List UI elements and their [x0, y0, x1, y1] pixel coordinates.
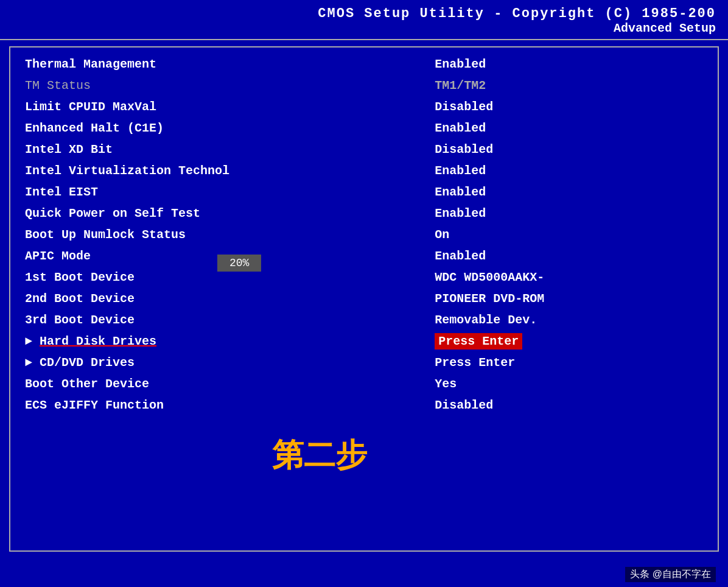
setting-row[interactable]: 3rd Boot DeviceRemovable Dev.: [23, 309, 705, 331]
bios-title: CMOS Setup Utility - Copyright (C) 1985-…: [12, 6, 716, 21]
bios-main-content: Thermal ManagementEnabledTM StatusTM1/TM…: [9, 46, 719, 552]
setting-name: ► CD/DVD Drives: [23, 352, 432, 373]
setting-row[interactable]: Intel XD BitDisabled: [23, 139, 705, 160]
progress-label: 20%: [229, 257, 249, 269]
setting-name: ECS eJIFFY Function: [23, 395, 432, 416]
setting-name: Intel EIST: [23, 181, 432, 203]
setting-value: Enabled: [432, 245, 705, 267]
setting-value: Enabled: [432, 203, 705, 224]
setting-value: Disabled: [432, 96, 705, 118]
chinese-step-label: 第二步: [272, 434, 367, 477]
press-enter-highlight: Press Enter: [435, 333, 522, 350]
setting-row[interactable]: 2nd Boot DevicePIONEER DVD-ROM: [23, 288, 705, 309]
setting-value: Removable Dev.: [432, 309, 705, 331]
setting-row[interactable]: ECS eJIFFY FunctionDisabled: [23, 395, 705, 416]
setting-row[interactable]: APIC ModeEnabled: [23, 245, 705, 267]
setting-value: WDC WD5000AAKX-: [432, 267, 705, 288]
setting-row[interactable]: 1st Boot DeviceWDC WD5000AAKX-: [23, 267, 705, 288]
setting-name: Enhanced Halt (C1E): [23, 118, 432, 139]
setting-value: Press Enter: [432, 331, 705, 352]
setting-name: ► Hard Disk Drives: [23, 331, 432, 352]
setting-row[interactable]: Intel Virtualization TechnolEnabled: [23, 160, 705, 181]
setting-value: Enabled: [432, 181, 705, 203]
setting-value: Enabled: [432, 54, 705, 75]
setting-row[interactable]: Limit CPUID MaxValDisabled: [23, 96, 705, 118]
setting-name: Quick Power on Self Test: [23, 203, 432, 224]
setting-row[interactable]: Boot Other DeviceYes: [23, 373, 705, 395]
settings-table: Thermal ManagementEnabledTM StatusTM1/TM…: [23, 54, 705, 416]
bios-header: CMOS Setup Utility - Copyright (C) 1985-…: [0, 0, 728, 40]
bios-screen: CMOS Setup Utility - Copyright (C) 1985-…: [0, 0, 728, 587]
bios-subtitle: Advanced Setup: [12, 21, 716, 35]
setting-row[interactable]: Enhanced Halt (C1E)Enabled: [23, 118, 705, 139]
setting-name: 3rd Boot Device: [23, 309, 432, 331]
setting-value: Disabled: [432, 395, 705, 416]
setting-name: Limit CPUID MaxVal: [23, 96, 432, 118]
setting-value: Enabled: [432, 160, 705, 181]
setting-value: TM1/TM2: [432, 75, 705, 96]
setting-row[interactable]: Quick Power on Self TestEnabled: [23, 203, 705, 224]
setting-value: Disabled: [432, 139, 705, 160]
setting-name: Boot Other Device: [23, 373, 432, 395]
setting-row[interactable]: TM StatusTM1/TM2: [23, 75, 705, 96]
setting-row[interactable]: ► CD/DVD DrivesPress Enter: [23, 352, 705, 373]
setting-row[interactable]: Thermal ManagementEnabled: [23, 54, 705, 75]
setting-value: On: [432, 224, 705, 245]
setting-name: Boot Up Numlock Status: [23, 224, 432, 245]
setting-name: 2nd Boot Device: [23, 288, 432, 309]
setting-value: PIONEER DVD-ROM: [432, 288, 705, 309]
setting-name: TM Status: [23, 75, 432, 96]
setting-row[interactable]: Intel EISTEnabled: [23, 181, 705, 203]
progress-bar: 20%: [217, 255, 261, 272]
setting-value: Yes: [432, 373, 705, 395]
setting-row[interactable]: ► Hard Disk DrivesPress Enter: [23, 331, 705, 352]
setting-row[interactable]: Boot Up Numlock StatusOn: [23, 224, 705, 245]
setting-name: Intel Virtualization Technol: [23, 160, 432, 181]
setting-value: Enabled: [432, 118, 705, 139]
watermark-text: 头条 @自由不字在: [625, 567, 716, 582]
setting-name: Intel XD Bit: [23, 139, 432, 160]
setting-name: Thermal Management: [23, 54, 432, 75]
setting-value: Press Enter: [432, 352, 705, 373]
